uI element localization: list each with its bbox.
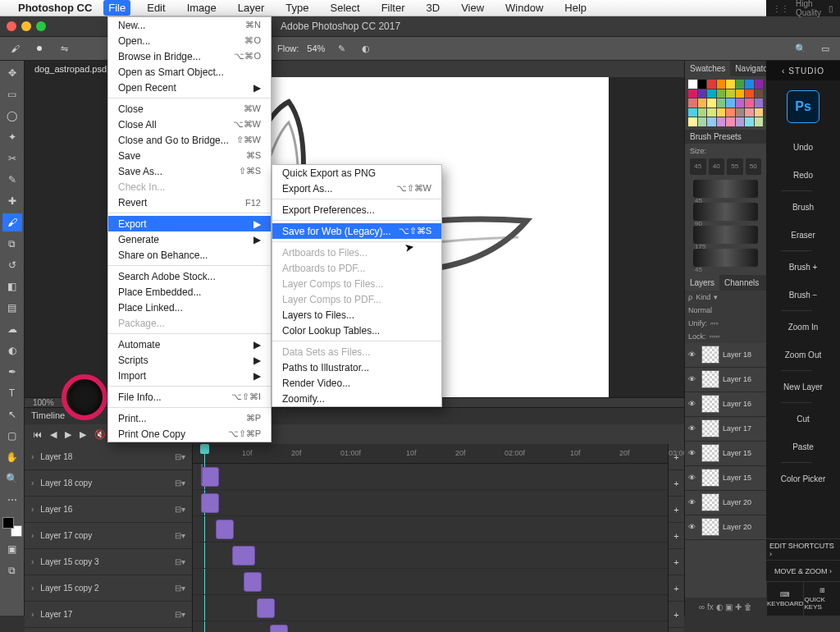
track-options-icon[interactable]: ⊟▾ [175,505,185,514]
swatch[interactable] [717,108,726,117]
file-menu-item[interactable]: Save As...⇧⌘S [108,163,271,179]
window-zoom-icon[interactable] [36,21,46,31]
timeline-track-header[interactable]: ›Layer 15 copy 2⊟▾ [25,575,192,602]
marquee-tool[interactable]: ▭ [2,85,22,103]
menu-window[interactable]: Window [500,0,548,16]
studio-button[interactable]: Zoom In [781,313,825,341]
prev-frame-icon[interactable]: ◀ [50,429,57,440]
visibility-eye-icon[interactable]: 👁 [688,424,698,433]
layer-thumbnail[interactable] [701,444,719,462]
brush-preset-thumb[interactable]: 50 [746,158,762,175]
swatch[interactable] [745,117,754,126]
studio-quickkeys-button[interactable]: ⊞QUICK KEYS [803,581,840,616]
export-menu-item[interactable]: Color Lookup Tables... [272,323,441,338]
file-menu-item[interactable]: Open as Smart Object... [108,64,271,80]
timeline-clip[interactable] [201,467,219,487]
add-media-icon[interactable]: + [669,444,684,470]
studio-button[interactable]: Paste [781,433,825,460]
quickmask-icon[interactable]: ▣ [2,540,22,558]
visibility-eye-icon[interactable]: 👁 [688,400,698,408]
tab-layers[interactable]: Layers [685,275,719,291]
menu-layer[interactable]: Layer [233,0,270,16]
layers-filter-row[interactable]: ρKind▾ [685,291,766,304]
swatch[interactable] [707,108,716,117]
track-options-icon[interactable]: ⊟▾ [175,584,185,593]
play-icon[interactable]: ▶ [65,429,71,440]
hand-tool[interactable]: ✋ [2,448,22,466]
add-media-icon[interactable]: + [669,523,684,549]
layers-list[interactable]: 👁Layer 18👁Layer 16👁Layer 16👁Layer 17👁Lay… [685,343,766,598]
swatch[interactable] [707,89,716,98]
chevron-right-icon[interactable]: › [31,531,34,540]
crop-tool[interactable]: ✂ [2,149,22,167]
brush-preview-icon[interactable] [31,40,48,57]
swatch[interactable] [707,117,716,126]
workspace-icon[interactable]: ▭ [817,40,833,57]
visibility-eye-icon[interactable]: 👁 [688,449,698,457]
layer-row[interactable]: 👁Layer 16 [685,368,766,392]
swatch[interactable] [688,80,697,89]
menu-image[interactable]: Image [182,0,221,16]
studio-button[interactable]: Undo [781,133,825,161]
file-menu-item[interactable]: Close All⌥⌘W [108,117,271,132]
zoom-level[interactable]: 100% [33,398,54,407]
swatch[interactable] [745,80,754,89]
swatch[interactable] [736,98,745,108]
swatch[interactable] [745,98,754,108]
swatch[interactable] [736,89,745,98]
chevron-right-icon[interactable]: › [31,610,34,619]
file-menu-item[interactable]: Place Linked... [108,300,271,315]
swatch[interactable] [726,108,735,117]
file-menu-item[interactable]: Share on Behance... [108,247,271,263]
pen-tool[interactable]: ✒ [2,363,22,381]
add-media-icon[interactable]: + [669,497,684,523]
file-menu-item[interactable]: Print One Copy⌥⇧⌘P [108,426,271,442]
window-close-icon[interactable] [7,21,16,31]
type-tool[interactable]: T [2,384,22,402]
swatch[interactable] [688,108,697,117]
swatch[interactable] [755,98,764,108]
file-menu-item[interactable]: Search Adobe Stock... [108,268,271,284]
brush-stroke-preview[interactable]: 45 [693,249,758,267]
swatch[interactable] [707,80,716,89]
timeline-lane-row[interactable] [193,490,668,516]
swatch[interactable] [698,98,707,108]
file-menu-item[interactable]: Import▶ [108,368,271,383]
tab-channels[interactable]: Channels [719,275,764,291]
flow-value[interactable]: 54% [307,44,325,53]
zoom-tool[interactable]: 🔍 [2,469,22,488]
studio-button[interactable]: Brush [781,193,825,221]
dodge-tool[interactable]: ◐ [2,341,22,360]
layer-row[interactable]: 👁Layer 18 [685,343,766,368]
swatch[interactable] [698,89,707,98]
menu-edit[interactable]: Edit [142,0,170,16]
goto-first-frame-icon[interactable]: ⏮ [33,429,42,439]
timeline-track-header[interactable]: ›Layer 15 copy 3⊟▾ [25,549,192,575]
studio-keyboard-button[interactable]: ⌨KEYBOARD [766,581,803,616]
file-menu-item[interactable]: Close⌘W [108,101,271,117]
swatch[interactable] [707,98,716,108]
window-minimize-icon[interactable] [21,21,31,31]
layer-thumbnail[interactable] [701,469,719,487]
export-menu-item[interactable]: Save for Web (Legacy)...⌥⇧⌘S [272,223,441,239]
file-menu-item[interactable]: Save⌘S [108,148,271,163]
audio-mute-icon[interactable]: 🔇 [94,429,106,440]
layers-footer-icons[interactable]: ∞ fx ◐ ▣ ✚ 🗑 [685,598,766,616]
visibility-eye-icon[interactable]: 👁 [688,350,698,359]
studio-button[interactable]: Cut [781,405,825,433]
studio-move-zoom[interactable]: MOVE & ZOOM › [766,560,840,581]
timeline-lane-row[interactable] [193,569,668,595]
file-menu-item[interactable]: New...⌘N [108,17,271,33]
studio-button[interactable]: New Layer [781,373,825,401]
track-options-icon[interactable]: ⊟▾ [175,610,185,619]
studio-button[interactable]: Redo [781,161,825,189]
timeline-clip[interactable] [232,546,255,566]
brush-stroke-preview[interactable]: 175 [693,226,758,244]
swatch[interactable] [688,98,697,108]
track-options-icon[interactable]: ⊟▾ [175,452,185,461]
timeline-track-header[interactable]: ›Layer 17⊟▾ [25,602,192,628]
eraser-tool[interactable]: ◧ [2,277,22,295]
export-menu-item[interactable]: Zoomify... [272,391,441,406]
swatch[interactable] [698,108,707,117]
file-menu-item[interactable]: Browse in Bridge...⌥⌘O [108,48,271,64]
